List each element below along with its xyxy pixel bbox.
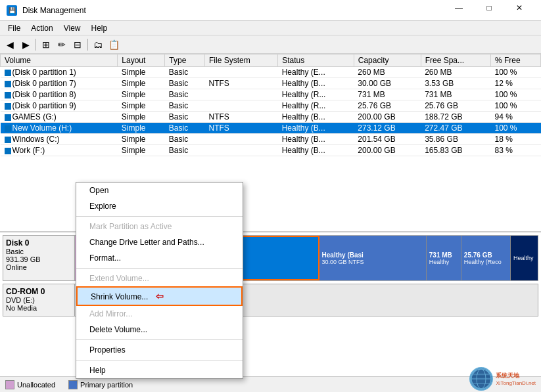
volume-icon	[5, 137, 11, 143]
cdrom-status: No Media	[6, 304, 72, 312]
table-row[interactable]: Work (F:) Simple Basic Healthy (B... 200…	[1, 145, 541, 156]
col-filesystem[interactable]: File System	[205, 54, 278, 67]
cell-layout: Simple	[118, 100, 165, 112]
cell-type: Basic	[165, 78, 205, 89]
maximize-button[interactable]: □	[474, 0, 504, 18]
ctx-change-drive-letter[interactable]: Change Drive Letter and Paths...	[76, 234, 243, 250]
title-bar-left: 💾 Disk Management	[7, 5, 86, 16]
cell-pct: 100 %	[491, 67, 541, 78]
cell-fs: NTFS	[205, 123, 278, 134]
ctx-sep-3	[76, 339, 243, 340]
col-pctfree[interactable]: % Free	[491, 54, 541, 67]
col-volume[interactable]: Volume	[1, 54, 118, 67]
edit-button[interactable]: ✏	[55, 37, 69, 52]
table-row[interactable]: (Disk 0 partition 9) Simple Basic Health…	[1, 100, 541, 112]
legend-primary-box	[68, 380, 78, 389]
table-row[interactable]: (Disk 0 partition 8) Simple Basic Health…	[1, 89, 541, 100]
cell-free: 188.72 GB	[421, 112, 490, 123]
cell-volume: Windows (C:)	[1, 134, 118, 145]
watermark: 系统天地 XiTongTianDi.net	[469, 367, 536, 391]
col-freespace[interactable]: Free Spa...	[421, 54, 490, 67]
folder-button[interactable]: 🗂	[91, 37, 105, 52]
cell-layout: Simple	[118, 145, 165, 156]
table-row[interactable]: (Disk 0 partition 1) Simple Basic Health…	[1, 67, 541, 78]
ctx-sep-4	[76, 360, 243, 360]
table-row[interactable]: New Volume (H:) Simple Basic NTFS Health…	[1, 123, 541, 134]
legend-unallocated: Unallocated	[5, 380, 55, 389]
col-status[interactable]: Status	[278, 54, 354, 67]
cell-type: Basic	[165, 67, 205, 78]
cell-type: Basic	[165, 112, 205, 123]
table-row[interactable]: GAMES (G:) Simple Basic NTFS Healthy (B.…	[1, 112, 541, 123]
cell-volume: (Disk 0 partition 9)	[1, 100, 118, 112]
col-layout[interactable]: Layout	[118, 54, 165, 67]
volume-table: Volume Layout Type File System Status Ca…	[0, 54, 541, 156]
cell-free: 260 MB	[421, 67, 490, 78]
cell-layout: Simple	[118, 89, 165, 100]
disk-0-name: Disk 0	[6, 238, 72, 248]
partition-p8-status: Healthy	[429, 259, 458, 265]
cell-pct: 100 %	[491, 89, 541, 100]
clipboard-button[interactable]: 📋	[106, 37, 121, 52]
ctx-sep-2	[76, 268, 243, 269]
cell-fs	[205, 100, 278, 112]
table-row[interactable]: (Disk 0 partition 7) Simple Basic NTFS H…	[1, 78, 541, 89]
context-menu: Open Explore Mark Partition as Active Ch…	[76, 182, 243, 379]
cell-type: Basic	[165, 134, 205, 145]
cell-free: 25.76 GB	[421, 100, 490, 112]
partition-windows[interactable]: Healthy (Basi 30.00 GB NTFS	[319, 236, 427, 280]
volume-icon	[5, 92, 11, 98]
ctx-explore[interactable]: Explore	[76, 198, 243, 214]
window-controls[interactable]: — □ ✕	[444, 3, 534, 18]
cell-volume: New Volume (H:)	[1, 123, 118, 134]
cell-status: Healthy (R...	[278, 89, 354, 100]
ctx-format[interactable]: Format...	[76, 250, 243, 266]
cell-layout: Simple	[118, 112, 165, 123]
cell-status: Healthy (E...	[278, 67, 354, 78]
volume-icon	[5, 148, 11, 154]
menu-file[interactable]: File	[3, 22, 26, 34]
table-row[interactable]: Windows (C:) Simple Basic Healthy (B... …	[1, 134, 541, 145]
cell-pct: 83 %	[491, 145, 541, 156]
menu-help[interactable]: Help	[86, 22, 113, 34]
cell-fs	[205, 89, 278, 100]
cell-capacity: 200.00 GB	[354, 112, 421, 123]
volume-icon	[5, 125, 11, 132]
partition-recovery-status: Healthy	[513, 255, 535, 261]
partition-recovery[interactable]: Healthy	[511, 236, 538, 280]
title-bar: 💾 Disk Management — □ ✕	[0, 0, 541, 21]
cell-capacity: 201.54 GB	[354, 134, 421, 145]
menu-action[interactable]: Action	[26, 22, 58, 34]
view-toggle-button[interactable]: ⊞	[39, 37, 53, 52]
main-area: Volume Layout Type File System Status Ca…	[0, 54, 541, 376]
volume-icon	[5, 70, 11, 76]
cell-free: 3.53 GB	[421, 78, 490, 89]
watermark-text: 系统天地 XiTongTianDi.net	[496, 372, 536, 386]
partition-windows-name: Healthy (Basi	[322, 251, 423, 259]
toolbar-separator-2	[87, 39, 88, 51]
ctx-delete-volume[interactable]: Delete Volume...	[76, 322, 243, 338]
cell-pct: 12 %	[491, 78, 541, 89]
cell-fs	[205, 67, 278, 78]
cell-type: Basic	[165, 145, 205, 156]
ctx-extend-volume: Extend Volume...	[76, 271, 243, 286]
ctx-properties[interactable]: Properties	[76, 342, 243, 358]
forward-button[interactable]: ▶	[18, 37, 33, 52]
col-type[interactable]: Type	[165, 54, 205, 67]
close-button[interactable]: ✕	[504, 0, 534, 18]
col-capacity[interactable]: Capacity	[354, 54, 421, 67]
partition-p9[interactable]: 25.76 GB Healthy (Reco	[461, 236, 511, 280]
minimize-button[interactable]: —	[444, 0, 474, 18]
cell-pct: 100 %	[491, 100, 541, 112]
partition-p8[interactable]: 731 MB Healthy	[427, 236, 461, 280]
ctx-help[interactable]: Help	[76, 362, 243, 378]
back-button[interactable]: ◀	[3, 37, 17, 52]
ctx-shrink-volume[interactable]: Shrink Volume... ⇦	[76, 286, 243, 306]
cell-fs: NTFS	[205, 78, 278, 89]
legend-unallocated-box	[5, 380, 14, 389]
ctx-open[interactable]: Open	[76, 183, 243, 198]
menu-view[interactable]: View	[59, 22, 86, 34]
disk-0-type: Basic	[6, 248, 72, 255]
remove-button[interactable]: ⊟	[70, 37, 85, 52]
partition-p9-status: Healthy (Reco	[464, 259, 507, 265]
